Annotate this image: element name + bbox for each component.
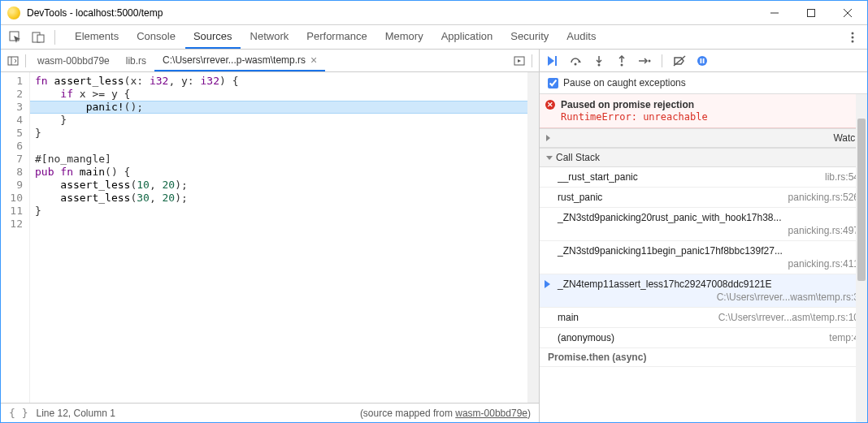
svg-point-22: [697, 56, 707, 66]
step-into-icon[interactable]: [590, 52, 608, 70]
separator: [662, 54, 662, 67]
svg-point-7: [852, 32, 854, 34]
pause-title: Paused on promise rejection: [561, 99, 859, 110]
call-stack: __rust_start_paniclib.rs:54rust_panicpan…: [540, 167, 867, 367]
maximize-button[interactable]: [792, 2, 829, 24]
cursor-position: Line 12, Column 1: [36, 408, 115, 419]
scrollbar[interactable]: [856, 94, 867, 422]
pause-options: Pause on caught exceptions: [540, 72, 867, 94]
collapse-icon: [546, 156, 553, 160]
status-bar: { } Line 12, Column 1 (source mapped fro…: [1, 403, 539, 422]
panel-tab-memory[interactable]: Memory: [377, 25, 432, 49]
panel-tab-performance[interactable]: Performance: [298, 25, 375, 49]
watch-header[interactable]: Watch: [540, 128, 867, 148]
titlebar: DevTools - localhost:5000/temp: [1, 1, 867, 25]
app-icon: [7, 6, 20, 19]
debugger-toolbar: [540, 50, 867, 72]
svg-point-9: [852, 40, 854, 42]
pretty-print-icon[interactable]: { }: [9, 407, 28, 419]
svg-point-20: [649, 59, 651, 62]
panel-tabs: ElementsConsoleSourcesNetworkPerformance…: [67, 25, 841, 49]
async-group: Promise.then (async): [540, 348, 867, 367]
debugger-body: ✕ Paused on promise rejection RuntimeErr…: [540, 94, 867, 422]
panel-tab-security[interactable]: Security: [502, 25, 557, 49]
kebab-menu-icon[interactable]: [841, 26, 864, 49]
svg-point-14: [575, 63, 577, 65]
panel-tab-network[interactable]: Network: [242, 25, 297, 49]
stack-frame[interactable]: _ZN3std9panicking11begin_panic17hf8bbc13…: [540, 241, 867, 274]
panel-tab-elements[interactable]: Elements: [67, 25, 127, 49]
navigator-toggle-icon[interactable]: [4, 52, 22, 70]
separator: [532, 54, 532, 67]
device-icon[interactable]: [27, 26, 50, 49]
resume-icon[interactable]: [545, 52, 562, 70]
stack-frame[interactable]: _ZN3std9panicking20rust_panic_with_hook1…: [540, 208, 867, 241]
step-out-icon[interactable]: [613, 52, 631, 70]
window-title: DevTools - localhost:5000/temp: [27, 7, 756, 19]
pause-caught-label[interactable]: Pause on caught exceptions: [563, 77, 686, 88]
main-toolbar: ElementsConsoleSourcesNetworkPerformance…: [1, 25, 867, 50]
source-map-link[interactable]: wasm-00bbd79e: [455, 408, 527, 419]
error-icon: ✕: [545, 100, 555, 110]
svg-point-16: [598, 63, 601, 66]
step-icon[interactable]: [636, 52, 653, 70]
stack-frame[interactable]: _ZN4temp11assert_less17hc29247008ddc9121…: [540, 274, 867, 308]
svg-point-18: [621, 63, 623, 66]
inspect-icon[interactable]: [4, 26, 27, 49]
minimize-button[interactable]: [756, 2, 792, 24]
separator: [25, 54, 26, 67]
stack-frame[interactable]: __rust_start_paniclib.rs:54: [540, 167, 867, 188]
svg-rect-23: [701, 58, 702, 63]
pause-caught-checkbox[interactable]: [548, 78, 558, 88]
panel-tab-console[interactable]: Console: [128, 25, 184, 49]
scrollbar[interactable]: [527, 72, 539, 403]
debugger-pane: Pause on caught exceptions ✕ Paused on p…: [540, 50, 867, 422]
svg-rect-13: [555, 56, 557, 66]
sources-pane: wasm-00bbd79elib.rsC:\Users\rrever...p-w…: [1, 50, 540, 422]
stack-frame[interactable]: rust_panicpanicking.rs:526: [540, 188, 867, 208]
source-map-info: (source mapped from wasm-00bbd79e): [360, 408, 531, 419]
separator: [54, 30, 55, 45]
file-tabs: wasm-00bbd79elib.rsC:\Users\rrever...p-w…: [1, 50, 539, 72]
close-tab-icon[interactable]: ×: [310, 54, 317, 67]
svg-rect-24: [703, 58, 705, 63]
svg-rect-6: [37, 35, 44, 42]
file-tab[interactable]: C:\Users\rrever...p-wasm\temp.rs×: [154, 50, 325, 71]
svg-rect-1: [807, 9, 814, 16]
close-button[interactable]: [829, 2, 866, 24]
stack-frame[interactable]: mainC:\Users\rrever...asm\temp.rs:10: [540, 308, 867, 328]
pause-exceptions-icon[interactable]: [693, 52, 711, 70]
expand-icon: [546, 135, 830, 141]
panel-tab-sources[interactable]: Sources: [185, 25, 241, 49]
stack-frame[interactable]: (anonymous)temp:4: [540, 328, 867, 348]
deactivate-breakpoints-icon[interactable]: [671, 52, 688, 70]
panel-tab-audits[interactable]: Audits: [558, 25, 604, 49]
file-tab[interactable]: lib.rs: [118, 50, 154, 71]
svg-point-8: [852, 36, 854, 38]
callstack-header[interactable]: Call Stack: [540, 148, 867, 167]
pause-detail: RuntimeError: unreachable: [561, 111, 859, 123]
step-over-icon[interactable]: [567, 52, 585, 70]
pause-message: ✕ Paused on promise rejection RuntimeErr…: [540, 94, 867, 128]
run-snippet-icon[interactable]: [510, 52, 528, 70]
panel-tab-application[interactable]: Application: [433, 25, 501, 49]
file-tab[interactable]: wasm-00bbd79e: [29, 50, 118, 71]
code-editor[interactable]: 123456789101112 fn assert_less(x: i32, y…: [1, 72, 539, 403]
